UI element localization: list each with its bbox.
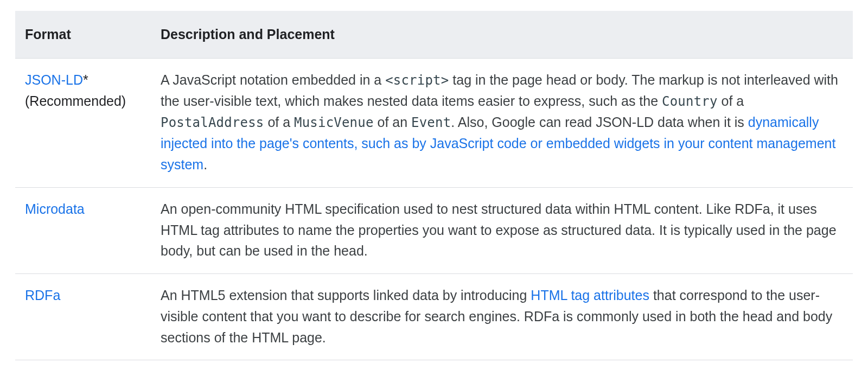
format-cell-rdfa: RDFa [15,274,151,360]
desc-text: . Also, Google can read JSON-LD data whe… [451,114,748,130]
formats-table: Format Description and Placement JSON-LD… [15,11,853,360]
format-cell-microdata: Microdata [15,187,151,273]
format-suffix: * [83,72,88,87]
desc-text: of a [718,93,744,109]
code-event: Event [411,115,451,130]
desc-text: of an [374,114,412,130]
table-row: JSON-LD* (Recommended) A JavaScript nota… [15,58,853,187]
code-musicvenue: MusicVenue [294,115,374,130]
table-row: RDFa An HTML5 extension that supports li… [15,274,853,360]
format-link-microdata[interactable]: Microdata [25,201,85,216]
description-cell-microdata: An open-community HTML specification use… [151,187,853,273]
format-cell-jsonld: JSON-LD* (Recommended) [15,58,151,187]
code-script-tag: <script> [385,73,449,88]
description-cell-rdfa: An HTML5 extension that supports linked … [151,274,853,360]
code-postaladdress: PostalAddress [161,115,264,130]
desc-text: A JavaScript notation embedded in a [161,72,385,87]
header-description: Description and Placement [151,11,853,58]
header-format: Format [15,11,151,58]
desc-text: An open-community HTML specification use… [161,201,837,259]
description-cell-jsonld: A JavaScript notation embedded in a <scr… [151,58,853,187]
desc-link-html-tag-attributes[interactable]: HTML tag attributes [531,288,649,303]
table-row: Microdata An open-community HTML specifi… [15,187,853,273]
table-header: Format Description and Placement [15,11,853,58]
format-link-jsonld[interactable]: JSON-LD [25,72,83,87]
desc-text: of a [264,114,294,130]
format-note: (Recommended) [25,93,126,109]
code-country: Country [662,94,718,109]
format-link-rdfa[interactable]: RDFa [25,288,60,303]
content-wrapper: Format Description and Placement JSON-LD… [0,0,868,376]
desc-text: An HTML5 extension that supports linked … [161,288,531,303]
desc-text: . [203,157,207,172]
